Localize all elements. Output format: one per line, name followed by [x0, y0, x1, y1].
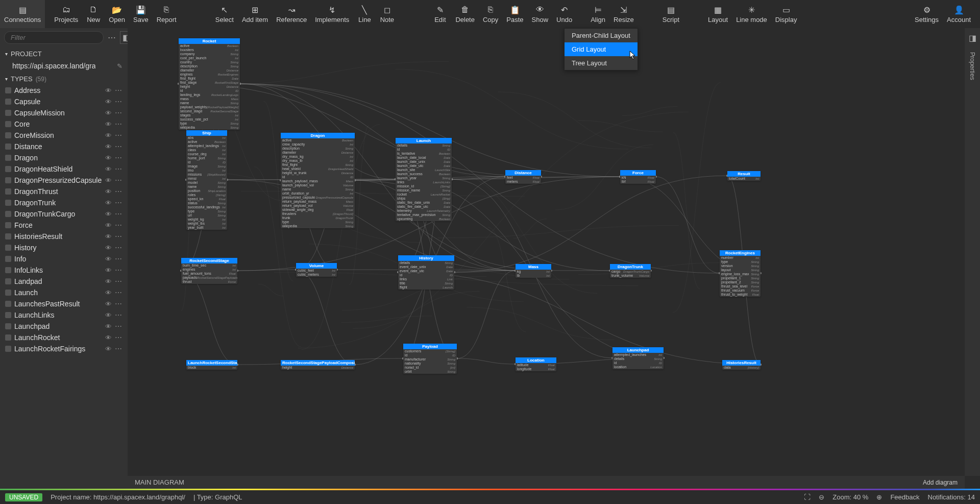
eye-icon[interactable]: 👁: [105, 334, 112, 342]
resize-button[interactable]: ⇲Resize: [609, 0, 638, 28]
type-item[interactable]: LaunchRocketFairings 👁 ⋯: [0, 343, 128, 354]
type-item[interactable]: LaunchesPastResult 👁 ⋯: [0, 298, 128, 309]
diagram-node[interactable]: Launchpadattempted_launchesIntdetailsStr…: [612, 347, 664, 369]
eye-icon[interactable]: 👁: [105, 244, 112, 252]
implements-button[interactable]: ↯Implements: [311, 0, 353, 28]
more-icon[interactable]: ⋯: [115, 86, 122, 94]
panel-toggle-icon[interactable]: ◨: [969, 33, 976, 43]
eye-icon[interactable]: 👁: [105, 233, 112, 241]
notifications-button[interactable]: Notifications: 14: [928, 493, 975, 501]
more-icon[interactable]: ⋯: [115, 120, 122, 128]
eye-icon[interactable]: 👁: [105, 255, 112, 263]
diagram-node[interactable]: LaunchdetailsStringidIDis_tentativeBoole…: [396, 138, 452, 221]
account-button[interactable]: 👤Account: [943, 0, 975, 28]
eye-icon[interactable]: 👁: [105, 143, 112, 151]
new-button[interactable]: 🗋New: [82, 0, 105, 28]
dropdown-item[interactable]: Grid Layout: [565, 42, 638, 56]
settings-button[interactable]: ⚙Settings: [911, 0, 943, 28]
more-icon[interactable]: ⋯: [115, 311, 122, 319]
diagram-node[interactable]: LocationlatitudeFloatlongitudeFloat: [516, 357, 556, 371]
type-item[interactable]: DragonTrunkCargo 👁 ⋯: [0, 208, 128, 220]
diagram-node[interactable]: DragonactiveBooleancrew_capacityIntdescr…: [281, 133, 355, 228]
more-icon[interactable]: ⋯: [115, 199, 122, 207]
reference-button[interactable]: ↝Reference: [272, 0, 311, 28]
more-icon[interactable]: ⋯: [115, 221, 122, 229]
sidebar-more-icon[interactable]: ⋯: [108, 33, 116, 42]
more-icon[interactable]: ⋯: [115, 187, 122, 196]
eye-icon[interactable]: 👁: [105, 132, 112, 139]
type-item[interactable]: Core 👁 ⋯: [0, 118, 128, 130]
open-button[interactable]: 📂Open: [105, 0, 129, 28]
type-item[interactable]: History 👁 ⋯: [0, 242, 128, 253]
more-icon[interactable]: ⋯: [115, 333, 122, 342]
save-button[interactable]: 💾Save: [129, 0, 153, 28]
more-icon[interactable]: ⋯: [115, 300, 122, 308]
show-button[interactable]: 👁Show: [528, 0, 553, 28]
delete-button[interactable]: 🗑Delete: [451, 0, 479, 28]
eye-icon[interactable]: 👁: [105, 311, 112, 319]
diagram-node[interactable]: Payloadcustomers[String]idIDmanufacturer…: [403, 344, 457, 374]
dropdown-item[interactable]: Tree Layout: [565, 56, 638, 70]
type-item[interactable]: Force 👁 ⋯: [0, 220, 128, 231]
more-icon[interactable]: ⋯: [115, 244, 122, 252]
diagram-node[interactable]: RocketSecondStagePayloadCompositeFairing…: [281, 360, 355, 370]
eye-icon[interactable]: 👁: [105, 267, 112, 274]
type-item[interactable]: HistoriesResult 👁 ⋯: [0, 231, 128, 242]
properties-tab[interactable]: Properties: [969, 52, 976, 80]
display-button[interactable]: ▭Display: [771, 0, 801, 28]
filter-input[interactable]: [4, 31, 104, 44]
select-button[interactable]: ↖Select: [211, 0, 238, 28]
more-icon[interactable]: ⋯: [115, 210, 122, 218]
project-section-header[interactable]: ▾ PROJECT: [0, 48, 128, 60]
more-icon[interactable]: ⋯: [115, 266, 122, 274]
projects-button[interactable]: 🗂Projects: [50, 0, 82, 28]
type-item[interactable]: Address 👁 ⋯: [0, 85, 128, 96]
type-item[interactable]: Info 👁 ⋯: [0, 253, 128, 265]
undo-button[interactable]: ↶Undo: [552, 0, 576, 28]
type-item[interactable]: Dragon 👁 ⋯: [0, 152, 128, 163]
zoom-level[interactable]: Zoom: 40 %: [832, 493, 868, 501]
pencil-icon[interactable]: ✎: [117, 62, 122, 70]
type-item[interactable]: Launchpad 👁 ⋯: [0, 321, 128, 332]
type-item[interactable]: InfoLinks 👁 ⋯: [0, 265, 128, 276]
script-button[interactable]: ▤Script: [658, 0, 683, 28]
type-item[interactable]: Landpad 👁 ⋯: [0, 276, 128, 287]
type-item[interactable]: Launch 👁 ⋯: [0, 287, 128, 298]
add-diagram-button[interactable]: Add diagram: [923, 479, 958, 486]
edit-button[interactable]: ✎Edit: [429, 0, 451, 28]
more-icon[interactable]: ⋯: [115, 165, 122, 173]
diagram-node[interactable]: RocketEnginesnumberInttypeStringversionS…: [720, 250, 761, 297]
type-item[interactable]: CoreMission 👁 ⋯: [0, 130, 128, 141]
more-icon[interactable]: ⋯: [115, 176, 122, 184]
type-item[interactable]: LaunchLinks 👁 ⋯: [0, 309, 128, 321]
eye-icon[interactable]: 👁: [105, 87, 112, 94]
more-icon[interactable]: ⋯: [115, 109, 122, 117]
more-icon[interactable]: ⋯: [115, 322, 122, 330]
more-icon[interactable]: ⋯: [115, 345, 122, 353]
diagram-node[interactable]: HistoriesResultdata[History]: [722, 360, 761, 370]
more-icon[interactable]: ⋯: [115, 98, 122, 106]
eye-icon[interactable]: 👁: [105, 109, 112, 117]
more-icon[interactable]: ⋯: [115, 289, 122, 297]
paste-button[interactable]: 📋Paste: [502, 0, 527, 28]
line-button[interactable]: ╲Line: [353, 0, 376, 28]
eye-icon[interactable]: 👁: [105, 188, 112, 196]
note-button[interactable]: ◻Note: [376, 0, 398, 28]
eye-icon[interactable]: 👁: [105, 177, 112, 184]
types-section-header[interactable]: ▾ TYPES (59): [0, 73, 128, 85]
diagram-node[interactable]: ShipabsIntactiveBooleanattempted_landing…: [186, 130, 227, 230]
type-item[interactable]: CapsuleMission 👁 ⋯: [0, 107, 128, 118]
feedback-button[interactable]: Feedback: [890, 493, 919, 501]
type-item[interactable]: DragonTrunk 👁 ⋯: [0, 197, 128, 208]
more-icon[interactable]: ⋯: [115, 142, 122, 151]
diagram-node[interactable]: ForcekNFloatlbfFloat: [620, 170, 656, 184]
eye-icon[interactable]: 👁: [105, 222, 112, 229]
copy-button[interactable]: ⎘Copy: [479, 0, 502, 28]
diagram-node[interactable]: HistorydetailsStringevent_date_unixDatee…: [398, 255, 454, 290]
diagram-node[interactable]: DistancefeetFloatmetersFloat: [505, 170, 541, 184]
diagram-canvas[interactable]: RocketactiveBooleanboostersIntcompanyStr…: [128, 28, 965, 476]
diagram-node[interactable]: ResulttotalCountInt: [727, 171, 761, 181]
line-mode-button[interactable]: ✳Line mode: [732, 0, 771, 28]
eye-icon[interactable]: 👁: [105, 345, 112, 353]
eye-icon[interactable]: 👁: [105, 121, 112, 128]
